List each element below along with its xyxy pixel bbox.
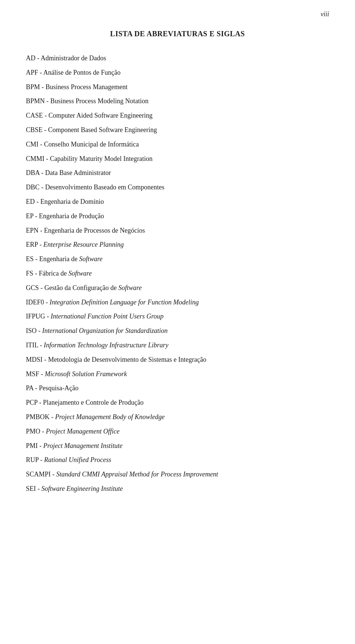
entry-text: MDSI - Metodologia de Desenvolvimento de… xyxy=(26,356,206,363)
list-item: PA - Pesquisa-Ação xyxy=(26,383,329,394)
entry-definition-italic: Project Management Institute xyxy=(43,442,122,449)
list-item: ISO - International Organization for Sta… xyxy=(26,326,329,336)
list-item: DBC - Desenvolvimento Baseado em Compone… xyxy=(26,182,329,193)
entry-definition-italic: Software xyxy=(79,255,102,263)
page-number: viii xyxy=(321,10,329,18)
list-item: CMMI - Capability Maturity Model Integra… xyxy=(26,154,329,164)
entry-abbr: RUP - xyxy=(26,456,44,463)
entry-text: EP - Engenharia de Produção xyxy=(26,212,104,220)
entry-abbr: FS - Fábrica de xyxy=(26,270,68,277)
entries-list: AD - Administrador de DadosAPF - Análise… xyxy=(26,53,329,494)
entry-abbr: ISO - xyxy=(26,327,42,334)
list-item: MSF - Microsoft Solution Framework xyxy=(26,369,329,380)
entry-definition-italic: Project Management Body of Knowledge xyxy=(55,413,165,421)
entry-definition-italic: International Organization for Standardi… xyxy=(42,327,168,334)
list-item: AD - Administrador de Dados xyxy=(26,53,329,64)
list-item: EPN - Engenharia de Processos de Negócio… xyxy=(26,225,329,236)
entry-text: CASE - Computer Aided Software Engineeri… xyxy=(26,112,152,119)
list-item: ED - Engenharia de Domínio xyxy=(26,196,329,207)
entry-text: DBC - Desenvolvimento Baseado em Compone… xyxy=(26,183,164,191)
entry-text: CMMI - Capability Maturity Model Integra… xyxy=(26,155,152,162)
entry-abbr: SCAMPI - xyxy=(26,471,56,478)
entry-definition-italic: Software Engineering Institute xyxy=(41,485,123,492)
list-item: RUP - Rational Unified Process xyxy=(26,455,329,465)
entry-abbr: PMBOK - xyxy=(26,413,55,421)
list-item: ES - Engenharia de Software xyxy=(26,254,329,264)
list-item: FS - Fábrica de Software xyxy=(26,268,329,279)
list-item: PCP - Planejamento e Controle de Produçã… xyxy=(26,397,329,408)
entry-definition-italic: Software xyxy=(68,270,92,277)
list-item: APF - Análise de Pontos de Função xyxy=(26,67,329,78)
entry-text: CBSE - Component Based Software Engineer… xyxy=(26,126,157,134)
entry-definition-italic: Microsoft Solution Framework xyxy=(45,370,127,378)
entry-definition-italic: Information Technology Infrastructure Li… xyxy=(44,341,168,349)
list-item: BPMN - Business Process Modeling Notatio… xyxy=(26,96,329,107)
list-item: DBA - Data Base Administrator xyxy=(26,168,329,178)
entry-definition-italic: Rational Unified Process xyxy=(44,456,111,463)
entry-abbr: ES - Engenharia de xyxy=(26,255,79,263)
entry-abbr: MSF - xyxy=(26,370,45,378)
list-item: EP - Engenharia de Produção xyxy=(26,211,329,222)
entry-text: PCP - Planejamento e Controle de Produçã… xyxy=(26,399,143,406)
entry-text: PA - Pesquisa-Ação xyxy=(26,384,78,392)
entry-definition-italic: Project Management Office xyxy=(46,428,119,435)
list-item: ITIL - Information Technology Infrastruc… xyxy=(26,340,329,351)
list-item: SEI - Software Engineering Institute xyxy=(26,483,329,494)
entry-definition-italic: Enterprise Resource Planning xyxy=(43,241,124,248)
list-item: CASE - Computer Aided Software Engineeri… xyxy=(26,110,329,121)
list-item: CMI - Conselho Municipal de Informática xyxy=(26,139,329,150)
entry-text: APF - Análise de Pontos de Função xyxy=(26,69,121,76)
entry-text: DBA - Data Base Administrator xyxy=(26,169,111,176)
list-item: SCAMPI - Standard CMMI Appraisal Method … xyxy=(26,469,329,480)
list-item: CBSE - Component Based Software Engineer… xyxy=(26,125,329,135)
entry-text: EPN - Engenharia de Processos de Negócio… xyxy=(26,227,145,234)
entry-text: ED - Engenharia de Domínio xyxy=(26,198,104,205)
entry-abbr: IDEF0 - xyxy=(26,299,50,306)
entry-definition-italic: International Function Point Users Group xyxy=(51,313,163,320)
list-item: PMBOK - Project Management Body of Knowl… xyxy=(26,412,329,422)
entry-abbr: GCS - Gestão da Configuração de xyxy=(26,284,118,291)
list-item: PMO - Project Management Office xyxy=(26,426,329,437)
entry-abbr: PMO - xyxy=(26,428,46,435)
entry-text: BPMN - Business Process Modeling Notatio… xyxy=(26,97,149,105)
entry-abbr: ERP - xyxy=(26,241,43,248)
list-item: BPM - Business Process Management xyxy=(26,82,329,92)
entry-abbr: IFPUG - xyxy=(26,313,51,320)
entry-abbr: PMI - xyxy=(26,442,43,449)
entry-text: BPM - Business Process Management xyxy=(26,83,128,91)
entry-abbr: ITIL - xyxy=(26,341,44,349)
list-item: GCS - Gestão da Configuração de Software xyxy=(26,283,329,293)
list-item: IDEF0 - Integration Definition Language … xyxy=(26,297,329,308)
page-title: LISTA DE ABREVIATURAS E SIGLAS xyxy=(26,30,329,38)
entry-definition-italic: Integration Definition Language for Func… xyxy=(50,299,199,306)
entry-definition-italic: Software xyxy=(118,284,142,291)
list-item: IFPUG - International Function Point Use… xyxy=(26,311,329,322)
list-item: ERP - Enterprise Resource Planning xyxy=(26,239,329,250)
list-item: PMI - Project Management Institute xyxy=(26,441,329,451)
entry-text: AD - Administrador de Dados xyxy=(26,54,106,62)
entry-text: CMI - Conselho Municipal de Informática xyxy=(26,141,139,148)
entry-abbr: SEI - xyxy=(26,485,41,492)
entry-definition-italic: Standard CMMI Appraisal Method for Proce… xyxy=(56,471,218,478)
list-item: MDSI - Metodologia de Desenvolvimento de… xyxy=(26,354,329,365)
